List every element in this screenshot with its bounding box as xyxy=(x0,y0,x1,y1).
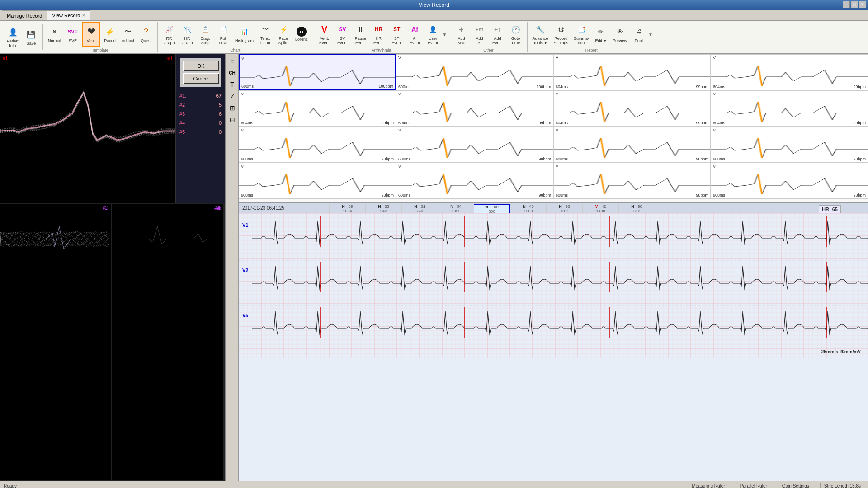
minimize-btn[interactable]: ─ xyxy=(843,1,850,8)
sv-event-button[interactable]: SV SVEvent xyxy=(334,22,351,47)
artifact-label: Artifact xyxy=(122,39,134,43)
pace-spike-button[interactable]: ⚡ PaceSpike xyxy=(275,22,292,47)
beat-cell-6[interactable]: V604ms99bpm xyxy=(553,90,711,127)
full-disc-label: FullDisc. xyxy=(219,37,228,46)
arrhythmia-expand-btn[interactable]: ▼ xyxy=(443,32,447,37)
histogram-button[interactable]: 📊 Histogram xyxy=(233,22,256,47)
cancel-button[interactable]: Cancel xyxy=(183,73,219,84)
status-bar: Ready Measuring Ruler Parallel Ruler Gai… xyxy=(0,481,868,488)
beat-cell-8[interactable]: V608ms98bpm xyxy=(239,127,396,163)
lorenz-button[interactable]: ●● Lorenz xyxy=(293,22,310,47)
beat-counts: #1: 67 #2 5 #3 6 #4 0 xyxy=(178,93,223,135)
lorenz-icon: ●● xyxy=(297,27,307,37)
add-event-button[interactable]: +↑ AddEvent xyxy=(489,22,506,47)
tab-close-icon[interactable]: ✕ xyxy=(82,13,85,18)
sidebar-split-icon[interactable]: ⊟ xyxy=(227,115,237,125)
beat-cell-3[interactable]: V604ms99bpm xyxy=(711,54,868,90)
hr-event-label: HREvent xyxy=(373,37,384,46)
artifact-icon: 〜 xyxy=(122,25,134,38)
rr-graph-button[interactable]: 📈 RRGraph xyxy=(160,22,178,47)
quadrant-2: #2 xyxy=(0,203,112,481)
tend-chart-button[interactable]: 〰 Tend.Chart xyxy=(257,22,274,47)
beat-cell-bpm-11: 98bpm xyxy=(853,157,866,161)
beat-cell-4[interactable]: V604ms99bpm xyxy=(239,90,396,127)
maximize-btn[interactable]: □ xyxy=(851,1,858,8)
af-event-label: AfEvent xyxy=(410,37,420,46)
hr-event-button[interactable]: HR HREvent xyxy=(370,22,387,47)
artifact-button[interactable]: 〜 Artifact xyxy=(119,22,137,47)
preview-button[interactable]: 👁 Preview xyxy=(610,22,629,47)
pause-event-button[interactable]: ⏸ PauseEvent xyxy=(352,22,369,47)
template-panel-index: ⊞1 xyxy=(166,56,173,61)
print-icon: 🖨 xyxy=(632,25,645,38)
sidebar-ch-icon[interactable]: CH xyxy=(227,68,237,78)
record-settings-button[interactable]: ⚙ RecordSettings xyxy=(552,22,571,47)
sidebar-text-icon[interactable]: T xyxy=(227,80,237,89)
sidebar-grid-icon[interactable]: ⊞ xyxy=(227,103,237,113)
beat-cell-10[interactable]: V608ms98bpm xyxy=(553,127,711,163)
beat-cell-ms-6: 604ms xyxy=(556,121,568,125)
main-content: #1 ⊞1 OK Cancel #1: 67 #2 5 xyxy=(0,54,868,481)
sve-button[interactable]: SVE SVE xyxy=(64,22,81,47)
goto-time-button[interactable]: 🕐 GotoTime xyxy=(507,22,524,47)
beat-cell-2[interactable]: V604ms99bpm xyxy=(553,54,711,90)
beat-cell-12[interactable]: V608ms98bpm xyxy=(239,163,396,199)
right-panel: V600ms100bpmV600ms100bpmV604ms99bpmV604m… xyxy=(239,54,868,481)
sve-icon: SVE xyxy=(66,25,79,38)
vent-event-icon: V xyxy=(318,23,331,36)
beat-id-4: #4 xyxy=(179,120,185,126)
sidebar-list-icon[interactable]: ≡ xyxy=(227,56,237,66)
beat-cell-ms-7: 604ms xyxy=(713,121,725,125)
add-af-button[interactable]: +Af AddAf xyxy=(471,22,488,47)
advance-tools-button[interactable]: 🔧 AdvanceTools ▼ xyxy=(530,22,551,47)
beat-cell-bpm-15: 98bpm xyxy=(853,193,866,197)
vent-event-button[interactable]: V Vent.Event xyxy=(316,22,333,47)
measuring-ruler-btn[interactable]: Measuring Ruler xyxy=(688,483,728,488)
print-button[interactable]: 🖨 Print xyxy=(630,22,647,47)
diag-strip-button[interactable]: 📋 Diag.Strip xyxy=(197,22,214,47)
beat-cell-13[interactable]: V608ms98bpm xyxy=(396,163,553,199)
q2-canvas xyxy=(0,204,111,274)
hr-graph-button[interactable]: 📉 HRGraph xyxy=(179,22,196,47)
report-expand-btn[interactable]: ▼ xyxy=(648,32,653,37)
edit-button[interactable]: ✏ Edit ▼ xyxy=(592,22,609,47)
tab-view-record[interactable]: View Record ✕ xyxy=(47,10,90,20)
beat-cell-15[interactable]: V608ms98bpm xyxy=(711,163,868,199)
beat-cell-14[interactable]: V608ms98bpm xyxy=(553,163,711,199)
beat-id-2: #2 xyxy=(179,102,185,108)
beat-cell-0[interactable]: V600ms100bpm xyxy=(239,54,396,90)
beat-cell-bpm-1: 100bpm xyxy=(536,84,551,89)
parallel-ruler-btn[interactable]: Parallel Ruler xyxy=(736,483,771,488)
summary-button[interactable]: 📑 Summa-tion xyxy=(571,22,591,47)
user-event-button[interactable]: 👤 UserEvent xyxy=(425,22,442,47)
add-beat-button[interactable]: + AddBeat xyxy=(453,22,470,47)
gain-settings-btn[interactable]: Gain Settings xyxy=(778,483,813,488)
paced-button[interactable]: ⚡ Paced xyxy=(101,22,118,47)
close-btn[interactable]: ✕ xyxy=(859,1,866,8)
save-button[interactable]: 💾 Save xyxy=(23,24,40,50)
beat-cell-9[interactable]: V608ms98bpm xyxy=(396,127,553,163)
patient-info-button[interactable]: 👤 PatientInfo. xyxy=(5,24,22,50)
template-group-label: Template xyxy=(46,48,155,52)
vent-button[interactable]: ❤ Vent. xyxy=(82,22,100,47)
beat-grid-inner: V600ms100bpmV600ms100bpmV604ms99bpmV604m… xyxy=(239,54,868,199)
beat-cell-5[interactable]: V604ms99bpm xyxy=(396,90,553,127)
beat-mini-wave-1 xyxy=(396,61,553,88)
tab-manage-record[interactable]: Manage Record xyxy=(2,10,47,20)
st-event-button[interactable]: ST STEvent xyxy=(388,22,406,47)
af-event-button[interactable]: Af AfEvent xyxy=(406,22,424,47)
beat-marker-3: N541092 xyxy=(438,204,474,214)
beat-cell-label-0: V xyxy=(241,56,244,61)
vent-event-label: Vent.Event xyxy=(319,37,330,46)
ok-button[interactable]: OK xyxy=(183,61,219,71)
beat-cell-11[interactable]: V608ms98bpm xyxy=(711,127,868,163)
beat-mini-wave-4 xyxy=(239,97,396,124)
sidebar-check-icon[interactable]: ✓ xyxy=(227,91,237,101)
beat-cell-1[interactable]: V600ms100bpm xyxy=(396,54,553,90)
full-disc-button[interactable]: 📄 FullDisc. xyxy=(215,22,232,47)
normal-button[interactable]: N Normal xyxy=(46,22,63,47)
user-event-label: UserEvent xyxy=(428,37,438,46)
ques-button[interactable]: ? Ques. xyxy=(137,22,155,47)
beat-cell-7[interactable]: V604ms99bpm xyxy=(711,90,868,127)
beat-cell-label-13: V xyxy=(398,164,401,169)
